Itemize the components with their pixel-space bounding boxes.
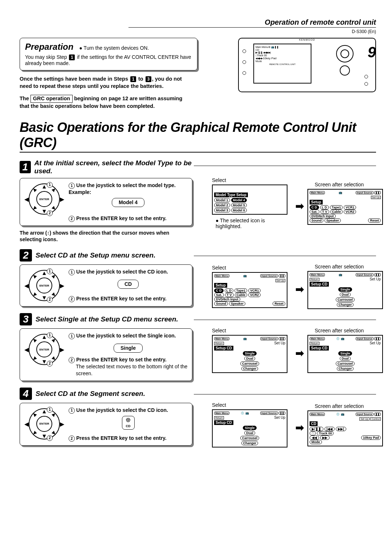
after-selection-label: Screen after selection bbox=[315, 182, 387, 187]
remote-control-diagram: KENWOOD Main Menu⚙ 📺❚❚ CD ▶/❚❚|◀◀▶▶| □Tr… bbox=[238, 38, 376, 92]
model-4-pill: Model 4 bbox=[112, 198, 144, 207]
side-dot-icon bbox=[242, 60, 246, 64]
side-dot-icon bbox=[242, 71, 246, 75]
arrow-right-icon: ➡ bbox=[295, 422, 304, 434]
grc-operation-label: GRC operation bbox=[30, 95, 73, 103]
ir-dot-icon bbox=[364, 82, 368, 86]
model-type-setup-screen: Model Type Setup Model 1 Model 2 Model 3… bbox=[212, 185, 287, 215]
setup-screen-cd-select: Main Menu📺Input Source ❚❚ Set Up Setup C… bbox=[212, 272, 287, 308]
step-number-3: 3 bbox=[20, 313, 32, 325]
segment-select-cd: Main Menu💿 📺Input Source ❚❚ ReturnSet Up… bbox=[212, 409, 287, 447]
after-selection-label: Screen after selection bbox=[315, 264, 387, 270]
preparation-bullet: ● Turn the system devices ON. bbox=[79, 45, 149, 51]
section-header: Operation of remote control unit bbox=[128, 18, 376, 28]
step-number-2: 2 bbox=[20, 249, 32, 262]
step-1-footnote: The arrow (↕) shows the direction that t… bbox=[20, 230, 183, 243]
joystick-diagram: ▲▼ ◀▶ ▲▲ ▲▲ 12 bbox=[24, 182, 64, 222]
step-number-4: 4 bbox=[20, 388, 32, 400]
step-1-inline-icon: 1 bbox=[69, 54, 75, 60]
side-dot-icon bbox=[242, 49, 246, 53]
select-label: Select bbox=[212, 328, 292, 333]
step-2-body: ▲▼◀▶▲▲▲▲12 1Use the joystick to select t… bbox=[20, 264, 192, 307]
ir-dot-icon bbox=[364, 75, 368, 78]
single-pill: Single bbox=[114, 344, 143, 353]
step-4-title: Select CD at the Segment screen. bbox=[36, 390, 145, 398]
cd-segment-icon: ◎CD bbox=[122, 416, 135, 430]
step-4-body: ▲▼◀▶▲▲▲▲12 1Use the joystick to select t… bbox=[20, 403, 192, 446]
select-label: Select bbox=[212, 177, 292, 183]
arrow-right-icon: ➡ bbox=[295, 347, 304, 359]
step-1-title: At the initial screen, select the Model … bbox=[34, 159, 194, 175]
preparation-box: Preparation ● Turn the system devices ON… bbox=[20, 38, 197, 70]
arrow-right-icon: ➡ bbox=[295, 283, 304, 295]
step-1-body: ▲▼ ◀▶ ▲▲ ▲▲ 12 1Use the joystick to sele… bbox=[20, 178, 192, 226]
remote-secondary-dial-icon bbox=[340, 65, 350, 76]
remote-lcd: Main Menu⚙ 📺❚❚ CD ▶/❚❚|◀◀▶▶| □Track 00 ◀… bbox=[253, 44, 311, 84]
step-2-title: Select CD at the Setup menu screen. bbox=[36, 251, 156, 259]
cd-pill: CD bbox=[118, 280, 139, 289]
joystick-diagram: ▲▼◀▶▲▲▲▲12 bbox=[24, 332, 64, 377]
preparation-title: Preparation bbox=[25, 42, 73, 52]
joystick-diagram: ▲▼◀▶▲▲▲▲12 bbox=[24, 407, 64, 442]
remote-brand: KENWOOD bbox=[299, 39, 315, 41]
after-selection-label: Screen after selection bbox=[315, 403, 387, 409]
setup-cd-after-single: Main Menu💿 📺Input Source ❚❚ ReturnSet Up… bbox=[307, 335, 383, 373]
setup-cd-screen: Main Menu📺Input Source ❚❚ ReturnSet Up S… bbox=[307, 271, 383, 309]
setup-menu-screen: Main Menu📺Input Source ❚❚ Set Up Setup C… bbox=[307, 189, 383, 225]
selected-icon-note: ● The selected icon is highlighted. bbox=[216, 218, 292, 229]
after-selection-label: Screen after selection bbox=[315, 328, 387, 333]
setup-cd-select-single: Main Menu📺Input Source ❚❚ ReturnSet Up S… bbox=[212, 335, 287, 373]
arrow-right-icon: ➡ bbox=[295, 200, 304, 212]
grc-operation-note: The GRC operation beginning on page 12 a… bbox=[20, 95, 187, 110]
select-label: Select bbox=[212, 402, 292, 408]
cd-control-screen: Main Menu💿 📺Input Source ❚❚ Set Up Contr… bbox=[307, 410, 383, 446]
model-code: D-S300 (En) bbox=[20, 29, 376, 34]
step-3-title: Select Single at the Setup CD menu scree… bbox=[36, 315, 178, 323]
remote-joystick-icon bbox=[336, 45, 354, 62]
preparation-skip-note: You may skip Step 1 if the settings for … bbox=[25, 54, 192, 66]
main-title: Basic Operations for the Graphical Remot… bbox=[20, 120, 376, 153]
joystick-icon: ▲▼ ◀▶ ▲▲ ▲▲ 12 bbox=[29, 183, 60, 215]
once-settings-note: Once the settings have been made in Step… bbox=[20, 76, 187, 90]
step-number-1: 1 bbox=[20, 161, 31, 173]
step-3-body: ▲▼◀▶▲▲▲▲12 1Use the joystick to select t… bbox=[20, 328, 192, 381]
select-label: Select bbox=[212, 265, 292, 271]
joystick-diagram: ▲▼◀▶▲▲▲▲12 bbox=[24, 268, 64, 303]
